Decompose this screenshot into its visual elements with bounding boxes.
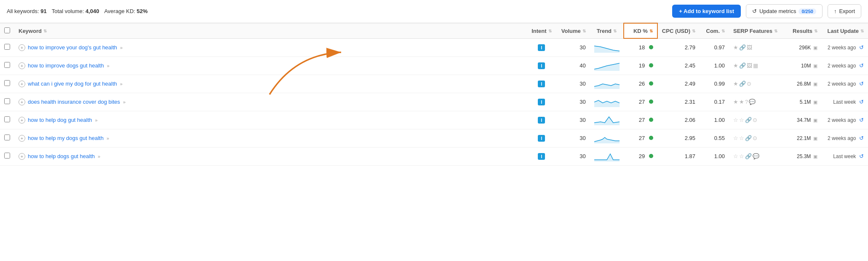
expand-arrows-icon: » <box>122 100 126 105</box>
comment-serp-icon: 💬 <box>753 153 759 159</box>
link-serp-icon: 🔗 <box>745 135 752 141</box>
star-serp-icon: ★ <box>733 99 738 105</box>
results-value: 22.1M <box>797 135 811 141</box>
keyword-link[interactable]: how to improve dogs gut health <box>28 62 104 69</box>
star-outline-serp-icon: ☆ <box>739 153 744 159</box>
select-all-checkbox[interactable] <box>4 27 10 33</box>
cpc-value: 2.79 <box>685 44 695 51</box>
results-value: 26.8M <box>797 81 811 87</box>
row-checkbox[interactable] <box>4 135 10 140</box>
export-button[interactable]: ↑ Export <box>828 4 861 18</box>
image-serp-icon: 🖼 <box>747 44 752 51</box>
link-serp-icon: 🔗 <box>739 81 746 87</box>
com-cell: 1.00 <box>700 111 729 129</box>
keyword-link[interactable]: how to help my dogs gut health <box>28 135 104 141</box>
lastupdate-cell: 2 weeks ago ↺ <box>822 57 868 75</box>
row-refresh-icon[interactable]: ↺ <box>859 117 864 123</box>
row-checkbox[interactable] <box>4 98 10 104</box>
kd-cell: 29 <box>624 147 657 165</box>
kd-dot <box>649 45 653 49</box>
row-refresh-icon[interactable]: ↺ <box>859 135 864 141</box>
question-serp-icon: ? <box>745 99 748 105</box>
expand-arrows-icon: » <box>119 45 123 50</box>
comment-serp-icon: 💬 <box>749 99 756 105</box>
row-refresh-icon[interactable]: ↺ <box>859 62 864 69</box>
link-serp-icon: 🔗 <box>739 44 746 51</box>
keyword-cell: + what can i give my dog for gut health … <box>14 75 527 93</box>
row-refresh-icon[interactable]: ↺ <box>859 99 864 105</box>
serp-cell: ☆☆🔗⊙ <box>729 129 784 147</box>
lastupdate-cell: Last week ↺ <box>822 93 868 111</box>
row-checkbox[interactable] <box>4 153 10 159</box>
volume-value: 30 <box>580 81 585 87</box>
col-header-keyword: Keyword ⇅ <box>14 23 527 38</box>
row-checkbox-cell <box>0 57 14 75</box>
results-cell: 5.1M ▣ <box>784 93 822 111</box>
intent-badge: I <box>538 153 545 160</box>
results-cell: 25.3M ▣ <box>784 147 822 165</box>
keyword-link[interactable]: how to help dogs gut health <box>28 153 95 159</box>
results-cell: 10M ▣ <box>784 57 822 75</box>
cpc-value: 2.95 <box>685 135 695 141</box>
results-sort-icon: ⇅ <box>814 29 817 33</box>
results-value: 10M <box>801 63 811 69</box>
intent-cell: I <box>527 38 556 57</box>
cpc-cell: 2.79 <box>657 38 700 57</box>
kd-cell: 26 <box>624 75 657 93</box>
row-refresh-icon[interactable]: ↺ <box>859 44 864 51</box>
keyword-table: Keyword ⇅ Intent ⇅ Volume ⇅ <box>0 23 868 166</box>
keyword-cell: + how to help dog gut health » <box>14 111 527 129</box>
update-metrics-button[interactable]: ↺ Update metrics 0/250 <box>746 4 823 18</box>
volume-cell: 30 <box>556 147 590 165</box>
grid-serp-icon: ▦ <box>753 62 758 69</box>
com-value: 0.17 <box>714 99 725 105</box>
keyword-link[interactable]: what can i give my dog for gut health <box>28 81 117 87</box>
expand-circle-icon: + <box>19 117 25 124</box>
table-row: + how to help dogs gut health » I 30 29 … <box>0 147 868 165</box>
expand-arrows-icon: » <box>105 136 109 141</box>
kd-value: 18 <box>639 44 645 51</box>
add-to-keyword-list-button[interactable]: + Add to keyword list <box>672 5 741 18</box>
expand-arrows-icon: » <box>119 81 123 86</box>
table-row: + how to help my dogs gut health » I 30 … <box>0 129 868 147</box>
cpc-value: 2.45 <box>685 62 695 69</box>
lastupdate-cell: Last week ↺ <box>822 147 868 165</box>
kd-cell: 27 <box>624 129 657 147</box>
row-refresh-icon[interactable]: ↺ <box>859 153 864 159</box>
results-cell: 22.1M ▣ <box>784 129 822 147</box>
table-row: + how to help dog gut health » I 30 27 2… <box>0 111 868 129</box>
volume-cell: 30 <box>556 75 590 93</box>
cpc-cell: 2.31 <box>657 93 700 111</box>
row-checkbox[interactable] <box>4 80 10 86</box>
row-checkbox[interactable] <box>4 44 10 50</box>
keyword-link[interactable]: does health insurance cover dog bites <box>28 99 120 105</box>
com-cell: 0.55 <box>700 129 729 147</box>
com-cell: 1.00 <box>700 57 729 75</box>
row-checkbox-cell <box>0 129 14 147</box>
star-serp-icon: ★ <box>733 44 738 51</box>
row-checkbox-cell <box>0 93 14 111</box>
star-outline-serp-icon: ☆ <box>739 135 744 141</box>
intent-badge: I <box>538 99 545 105</box>
col-header-results: Results ⇅ <box>784 23 822 38</box>
lastupdate-value: 2 weeks ago <box>828 135 856 141</box>
row-refresh-icon[interactable]: ↺ <box>859 81 864 87</box>
keyword-cell: + how to help dogs gut health » <box>14 147 527 165</box>
row-checkbox[interactable] <box>4 116 10 122</box>
star-serp-icon: ★ <box>733 81 738 87</box>
lastupdate-value: Last week <box>833 153 856 159</box>
row-checkbox[interactable] <box>4 62 10 68</box>
circle-serp-icon: ⊙ <box>753 135 757 141</box>
trend-cell <box>590 93 624 111</box>
kd-sort-icon: ⇅ <box>649 29 653 33</box>
com-cell: 1.00 <box>700 147 729 165</box>
keyword-link[interactable]: how to help dog gut health <box>28 117 92 123</box>
kd-value: 26 <box>639 81 645 87</box>
results-icon: ▣ <box>813 154 817 159</box>
results-icon: ▣ <box>813 63 817 68</box>
kd-cell: 27 <box>624 93 657 111</box>
keyword-link[interactable]: how to improve your dog's gut health <box>28 44 117 51</box>
volume-cell: 30 <box>556 129 590 147</box>
com-value: 0.97 <box>714 44 725 51</box>
intent-cell: I <box>527 57 556 75</box>
